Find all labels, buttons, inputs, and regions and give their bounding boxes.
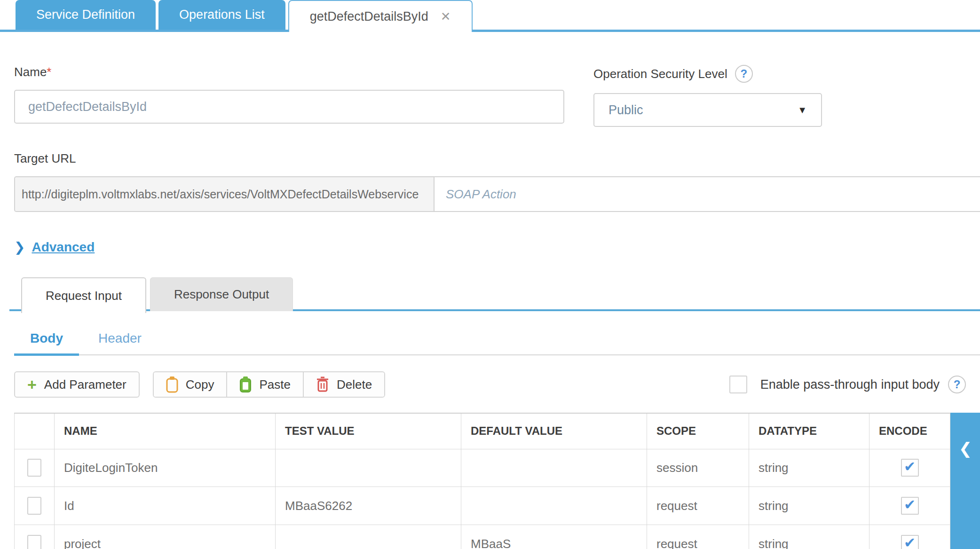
soap-action-placeholder: SOAP Action	[446, 187, 516, 202]
column-header-encode: ENCODE	[869, 413, 950, 449]
default-value-cell[interactable]: MBaaS	[461, 525, 647, 549]
tab-label: Service Definition	[36, 8, 135, 22]
datatype-cell[interactable]: string	[749, 525, 869, 549]
tab-body[interactable]: Body	[14, 331, 79, 353]
target-url-input[interactable]: http://digiteplm.voltmxlabs.net/axis/ser…	[15, 177, 435, 211]
default-value-cell[interactable]	[461, 449, 647, 487]
parameter-toolbar: + Add Parameter Copy Paste	[14, 371, 980, 398]
datatype-cell[interactable]: string	[749, 449, 869, 487]
param-name-cell[interactable]: project	[55, 525, 276, 549]
top-tab-bar: Service Definition Operations List getDe…	[0, 0, 980, 32]
check-icon: ✔	[904, 536, 916, 549]
check-icon: ✔	[904, 498, 916, 512]
tab-service-definition[interactable]: Service Definition	[16, 0, 156, 30]
passthrough-label: Enable pass-through input body	[760, 377, 940, 392]
parameters-table: NAME TEST VALUE DEFAULT VALUE SCOPE DATA…	[14, 413, 950, 549]
tab-header[interactable]: Header	[87, 331, 152, 353]
chevron-left-icon: ❮	[959, 439, 972, 458]
target-url-label: Target URL	[14, 151, 980, 166]
table-row: project MBaaS request string ✔	[15, 525, 950, 549]
close-icon[interactable]: ✕	[441, 9, 451, 24]
column-header-datatype: DATATYPE	[749, 413, 869, 449]
delete-button[interactable]: Delete	[303, 372, 384, 397]
param-name-cell[interactable]: DigiteLoginToken	[55, 449, 276, 487]
scope-cell[interactable]: session	[647, 449, 749, 487]
row-checkbox[interactable]	[27, 459, 41, 477]
table-row: Id MBaaS6262 request string ✔	[15, 487, 950, 525]
chevron-right-icon: ❯	[14, 239, 25, 255]
row-checkbox[interactable]	[27, 497, 41, 515]
column-header-test-value: TEST VALUE	[276, 413, 461, 449]
divider	[14, 354, 980, 355]
tab-label: Operations List	[179, 8, 265, 22]
scope-cell[interactable]: request	[647, 525, 749, 549]
encode-checkbox[interactable]: ✔	[901, 535, 919, 549]
chevron-down-icon: ▼	[798, 105, 807, 116]
plus-icon: +	[27, 376, 37, 392]
add-parameter-button[interactable]: + Add Parameter	[14, 371, 140, 398]
soap-action-input[interactable]: SOAP Action	[435, 177, 980, 211]
column-header-scope: SCOPE	[647, 413, 749, 449]
collapse-panel-strip[interactable]: ❮	[950, 413, 980, 549]
encode-checkbox[interactable]: ✔	[901, 459, 919, 477]
security-level-dropdown[interactable]: Public ▼	[593, 93, 822, 127]
scope-cell[interactable]: request	[647, 487, 749, 525]
active-tab-underline	[14, 353, 79, 356]
help-icon[interactable]: ?	[948, 376, 966, 393]
tab-operation-getdefectdetailsbyid[interactable]: getDefectDetailsById ✕	[288, 0, 473, 32]
required-asterisk: *	[47, 65, 51, 79]
button-label: Delete	[337, 377, 372, 392]
paste-button[interactable]: Paste	[226, 372, 303, 397]
check-icon: ✔	[904, 460, 916, 474]
button-label: Add Parameter	[44, 377, 126, 392]
column-header-name: NAME	[55, 413, 276, 449]
param-name-cell[interactable]: Id	[55, 487, 276, 525]
security-level-value: Public	[609, 103, 643, 118]
target-url-field: http://digiteplm.voltmxlabs.net/axis/ser…	[14, 176, 980, 212]
copy-icon	[166, 376, 178, 393]
passthrough-checkbox[interactable]	[729, 376, 747, 393]
row-checkbox[interactable]	[27, 535, 41, 549]
default-value-cell[interactable]	[461, 487, 647, 525]
button-label: Paste	[259, 377, 291, 392]
tab-response-output[interactable]: Response Output	[150, 277, 293, 311]
help-icon[interactable]: ?	[735, 65, 753, 83]
name-label: Name*	[14, 65, 564, 79]
table-header-row: NAME TEST VALUE DEFAULT VALUE SCOPE DATA…	[15, 413, 950, 449]
copy-button[interactable]: Copy	[154, 372, 227, 397]
tabbar-accent-line	[0, 30, 980, 32]
test-value-cell[interactable]	[276, 525, 461, 549]
tab-request-input[interactable]: Request Input	[21, 277, 146, 313]
tab-label: getDefectDetailsById	[310, 9, 428, 24]
advanced-link-label: Advanced	[32, 240, 95, 255]
io-tab-bar: Request Input Response Output	[14, 277, 980, 311]
security-level-label: Operation Security Level	[593, 67, 727, 81]
tab-operations-list[interactable]: Operations List	[158, 0, 285, 30]
button-label: Copy	[186, 377, 214, 392]
datatype-cell[interactable]: string	[749, 487, 869, 525]
table-row: DigiteLoginToken session string ✔	[15, 449, 950, 487]
tab-label: Response Output	[174, 287, 269, 302]
encode-checkbox[interactable]: ✔	[901, 497, 919, 515]
operation-name-input[interactable]	[14, 90, 564, 124]
tab-label: Request Input	[46, 289, 122, 303]
clipboard-button-group: Copy Paste Delete	[153, 371, 385, 398]
paste-icon	[239, 376, 252, 393]
test-value-cell[interactable]: MBaaS6262	[276, 487, 461, 525]
select-all-column	[15, 413, 55, 449]
trash-icon	[316, 376, 329, 392]
column-header-default-value: DEFAULT VALUE	[461, 413, 647, 449]
body-header-tab-bar: Body Header	[14, 331, 980, 355]
test-value-cell[interactable]	[276, 449, 461, 487]
advanced-toggle[interactable]: ❯ Advanced	[14, 239, 980, 255]
